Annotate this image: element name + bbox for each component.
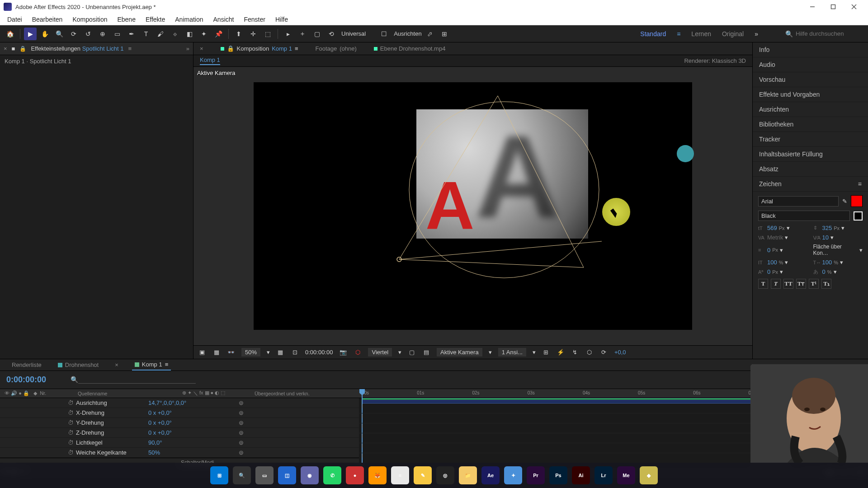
red-letter-a[interactable]: A [425, 182, 474, 229]
panel-tracker[interactable]: Tracker [753, 132, 868, 147]
menu-bearbeiten[interactable]: Bearbeiten [28, 15, 67, 24]
label-col-icon[interactable]: ◆ [33, 390, 37, 396]
smallcaps-button[interactable]: Tᴛ [796, 279, 806, 289]
taskbar-teams[interactable]: ◉ [301, 466, 319, 484]
menu-animation[interactable]: Animation [170, 15, 208, 24]
expression-pickwhip-icon[interactable]: ⊚ [239, 439, 244, 446]
menu-datei[interactable]: Datei [3, 15, 27, 24]
workspace-original[interactable]: Original [722, 30, 744, 38]
panel-expand-icon[interactable]: » [186, 45, 189, 52]
exposure-reset-icon[interactable]: ⟳ [600, 348, 608, 357]
pixel-aspect-icon[interactable]: ⊞ [542, 348, 550, 357]
menu-ebene[interactable]: Ebene [113, 15, 140, 24]
panel-fill[interactable]: Inhaltsbasierte Füllung [753, 147, 868, 162]
roto-tool-icon[interactable]: ✦ [198, 28, 210, 40]
proportional-grid-icon[interactable]: ⊞ [438, 28, 451, 40]
tsume-value[interactable]: 0 [822, 268, 826, 275]
eye-col-icon[interactable]: 👁 [5, 390, 9, 396]
zoom-dropdown[interactable]: 50% [241, 348, 260, 357]
expression-pickwhip-icon[interactable]: ⊚ [239, 419, 244, 426]
lock-small-icon[interactable]: 🔒 [227, 45, 234, 52]
puppet-tool-icon[interactable]: 📌 [212, 28, 225, 40]
subscript-button[interactable]: T₁ [821, 279, 831, 289]
align-checkbox-icon[interactable]: ☐ [377, 28, 390, 40]
pen-tool-icon[interactable]: ✒ [125, 28, 138, 40]
marker-dot-icon[interactable] [677, 145, 694, 162]
shape-tool-icon[interactable]: ▭ [111, 28, 123, 40]
bold-button[interactable]: T [758, 279, 768, 289]
snap-icon[interactable]: ⟲ [325, 28, 338, 40]
col-source[interactable]: Quellenname [59, 391, 182, 396]
fill-over-stroke-select[interactable]: Fläche über Kon… [813, 244, 858, 256]
channel-icon[interactable]: ⬡ [354, 348, 362, 357]
clone-tool-icon[interactable]: ⟐ [169, 28, 181, 40]
resolution-dropdown[interactable]: Viertel [368, 348, 392, 357]
font-size-value[interactable]: 569 [767, 225, 777, 231]
property-row[interactable]: ⏱ Ausrichtung 14,7°,0,0°,0,0° ⊚ [0, 398, 359, 408]
exposure-value[interactable]: +0,0 [614, 349, 626, 356]
panel-ausrichten[interactable]: Ausrichten [753, 102, 868, 117]
snapshot-icon[interactable]: 📷 [339, 348, 347, 357]
tab-renderliste[interactable]: Renderliste [9, 360, 44, 370]
taskbar-ai[interactable]: Ai [572, 466, 590, 484]
property-value[interactable]: 14,7°,0,0°,0,0° [148, 399, 230, 406]
views-dropdown[interactable]: 1 Ansi... [498, 348, 526, 357]
expression-pickwhip-icon[interactable]: ⊚ [239, 429, 244, 436]
camera-dropdown[interactable]: Aktive Kamera [437, 348, 482, 357]
taskbar-lr[interactable]: Lr [594, 466, 613, 484]
keyframe-pin-icon[interactable]: I [362, 443, 363, 449]
property-row[interactable]: ⏱ Weiche Kegelkante 50% ⊚ [0, 448, 359, 458]
baseline-value[interactable]: 0 [767, 268, 770, 275]
guides-icon[interactable]: ⊡ [291, 348, 299, 357]
menu-fenster[interactable]: Fenster [239, 15, 269, 24]
kerning-value[interactable]: Metrik [767, 234, 783, 241]
footage-tab[interactable]: Footage (ohne) [313, 43, 359, 54]
stopwatch-icon[interactable]: ⏱ [68, 449, 76, 456]
flowchart-icon[interactable]: ⬡ [585, 348, 594, 357]
taskbar-widgets[interactable]: ◫ [278, 466, 296, 484]
tab-drohnenshot[interactable]: Drohnenshot [55, 360, 101, 370]
mask-icon[interactable]: 👓 [227, 348, 235, 357]
tab-menu-icon[interactable]: ≡ [295, 45, 298, 52]
taskbar-me[interactable]: Me [617, 466, 635, 484]
text-tool-icon[interactable]: T [140, 28, 152, 40]
property-row[interactable]: ⏱ Z-Drehung 0 x +0,0° ⊚ [0, 428, 359, 438]
panel-bibliotheken[interactable]: Bibliotheken [753, 117, 868, 132]
property-value[interactable]: 0 x +0,0° [148, 419, 230, 426]
allcaps-button[interactable]: TT [783, 279, 793, 289]
leading-value[interactable]: 325 [822, 225, 832, 231]
effect-controls-tab[interactable]: Effekteinstellungen Spotlicht Licht 1 [31, 45, 123, 52]
font-family-select[interactable]: Arial [758, 196, 839, 206]
hscale-value[interactable]: 100 [822, 259, 832, 266]
stopwatch-icon[interactable]: ⏱ [68, 399, 76, 406]
expression-pickwhip-icon[interactable]: ⊚ [239, 409, 244, 416]
taskbar-app-red[interactable]: ● [346, 466, 364, 484]
axis-view-icon[interactable]: ⬚ [261, 28, 274, 40]
brush-tool-icon[interactable]: 🖌 [154, 28, 167, 40]
expression-pickwhip-icon[interactable]: ⊚ [239, 449, 244, 456]
timeline-icon[interactable]: ↯ [571, 348, 579, 357]
fill-color-swatch[interactable] [851, 195, 863, 207]
panel-info[interactable]: Info [753, 42, 868, 57]
layer-tab[interactable]: Ebene Drohnenshot.mp4 [371, 43, 448, 54]
vscale-value[interactable]: 100 [767, 259, 777, 266]
workspace-overflow-icon[interactable]: » [755, 30, 758, 38]
tracking-value[interactable]: 10 [822, 234, 829, 241]
taskbar-ps[interactable]: Ps [549, 466, 567, 484]
stopwatch-icon[interactable]: ⏱ [68, 439, 76, 446]
keyframe-pin-icon[interactable]: I [362, 404, 363, 409]
workspace-lernen[interactable]: Lernen [691, 30, 711, 38]
property-value[interactable]: 0 x +0,0° [148, 429, 230, 436]
panel-zeichen[interactable]: Zeichen ≡ [753, 177, 868, 192]
home-icon[interactable]: 🏠 [4, 28, 16, 40]
add-icon[interactable]: ＋ [296, 28, 309, 40]
menu-ansicht[interactable]: Ansicht [209, 15, 239, 24]
taskbar-firefox[interactable]: 🦊 [368, 466, 387, 484]
taskbar-pr[interactable]: Pr [527, 466, 545, 484]
viewport-timecode[interactable]: 0:00:00:00 [305, 349, 333, 356]
grid-icon[interactable]: ▦ [276, 348, 284, 357]
panel-menu-icon[interactable]: ■ [12, 45, 15, 52]
property-value[interactable]: 50% [148, 449, 230, 456]
taskbar-app-y[interactable]: ◆ [640, 466, 658, 484]
selector-icon[interactable]: ▸ [282, 28, 294, 40]
